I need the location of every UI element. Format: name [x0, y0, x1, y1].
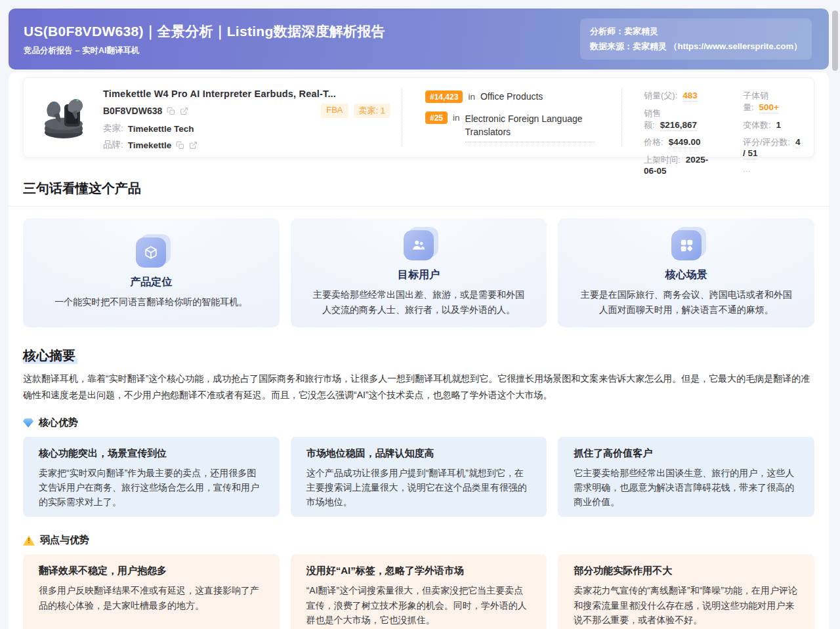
overview-card-text: 一个能实时把不同语言翻译给你听的智能耳机。 — [54, 294, 247, 310]
report-page: US(B0F8VDW638)｜全景分析｜Listing数据深度解析报告 竞品分析… — [9, 9, 829, 629]
overview-card-text: 主要卖给那些经常出国出差、旅游，或是需要和外国人交流的商务人士、旅行者，以及学外… — [310, 287, 528, 317]
metric-value-price: $449.00 — [669, 137, 701, 148]
seller-value[interactable]: Timekettle Tech — [128, 124, 194, 134]
overview-card-title: 产品定位 — [130, 275, 172, 289]
strength-card-title: 抓住了高价值客户 — [574, 446, 799, 460]
copy-icon[interactable] — [176, 141, 184, 150]
product-image[interactable] — [34, 89, 93, 148]
weakness-card-title: 没用好“AI”标签，忽略了学外语市场 — [306, 563, 532, 577]
rank-row: #14,423 in Office Products — [425, 91, 606, 103]
strengths-subheading-label: 核心优势 — [39, 416, 78, 429]
warning-icon: ! — [23, 535, 35, 546]
weakness-card-title: 翻译效果不稳定，用户抱怨多 — [39, 563, 264, 577]
strength-card: 核心功能突出，场景宣传到位 卖家把“实时双向翻译”作为最主要的卖点，还用很多图文… — [23, 437, 280, 517]
strength-card: 市场地位稳固，品牌认知度高 这个产品成功让很多用户提到“翻译耳机”就想到它，在主… — [291, 437, 547, 517]
strength-card-text: 卖家把“实时双向翻译”作为最主要的卖点，还用很多图文告诉用户在商务、旅行这些场合… — [39, 466, 264, 509]
data-source-line: 数据来源：卖家精灵 （https://www.sellersprite.com） — [590, 39, 802, 54]
overview-card-title: 核心场景 — [665, 268, 707, 282]
seller-count-badge: 卖家: 1 — [354, 104, 390, 118]
product-ranks: #14,423 in Office Products #25 in Electr… — [413, 89, 610, 151]
fba-badge: FBA — [321, 104, 348, 118]
seller-label: 卖家: — [103, 123, 123, 134]
metric-value-child-sales[interactable]: 500+ — [759, 102, 779, 113]
metric-label: 销量(父): — [644, 91, 677, 100]
grid-icon — [671, 230, 702, 260]
strengths-subheading: 核心优势 — [23, 416, 814, 429]
weakness-card-text: 卖家花力气宣传的“离线翻译”和“降噪”功能，在用户评论和搜索流量里都没什么存在感… — [574, 583, 799, 626]
strength-cards: 核心功能突出，场景宣传到位 卖家把“实时双向翻译”作为最主要的卖点，还用很多图文… — [23, 437, 814, 517]
metric-label: 变体数: — [743, 120, 771, 130]
page-title: US(B0F8VDW638)｜全景分析｜Listing数据深度解析报告 — [24, 22, 385, 41]
cube-icon — [136, 237, 166, 268]
weakness-card: 没用好“AI”标签，忽略了学外语市场 “AI翻译”这个词搜索量很大，但卖家没把它… — [291, 554, 547, 629]
metric-value-variations: 1 — [776, 120, 782, 130]
metrics-column-left: 销量(父):483 销售额:$216,867 价格:$449.00 上架时间:2… — [644, 90, 713, 176]
page-subtitle: 竞品分析报告 – 实时AI翻译耳机 — [24, 45, 385, 56]
strength-card-title: 核心功能突出，场景宣传到位 — [39, 446, 264, 460]
product-main-info: Timekettle W4 Pro AI Interpreter Earbuds… — [103, 89, 390, 151]
overview-card-core-scenarios: 核心场景 主要是在国际旅行、商务会议、跨国电话或者和外国人面对面聊天时用，解决语… — [558, 218, 814, 327]
brand-label: 品牌: — [103, 139, 123, 151]
strength-card: 抓住了高价值客户 它主要卖给那些经常出国谈生意、旅行的用户，这些人需求明确，也愿… — [558, 437, 814, 517]
weaknesses-subheading-label: 弱点与优势 — [40, 534, 89, 546]
analyst-line: 分析师：卖家精灵 — [590, 24, 802, 39]
rank-category[interactable]: Office Products — [480, 91, 543, 102]
weaknesses-subheading: ! 弱点与优势 — [23, 534, 814, 546]
section-divider — [9, 206, 829, 207]
earbuds-image — [34, 89, 93, 148]
section-heading-overview: 三句话看懂这个产品 — [23, 180, 814, 197]
product-asin: B0F8VDW638 — [103, 106, 162, 116]
external-link-icon[interactable] — [180, 107, 188, 115]
header-titles: US(B0F8VDW638)｜全景分析｜Listing数据深度解析报告 竞品分析… — [24, 22, 385, 56]
weakness-card: 部分功能实际作用不大 卖家花力气宣传的“离线翻译”和“降噪”功能，在用户评论和搜… — [558, 554, 814, 629]
summary-paragraph: 这款翻译耳机，靠着“实时翻译”这个核心功能，成功抢占了国际商务和旅行市场，让很多… — [23, 371, 814, 403]
rank-in-label: in — [453, 112, 460, 123]
scrollbar-thumb[interactable] — [832, 10, 838, 71]
content-panel: Timekettle W4 Pro AI Interpreter Earbuds… — [9, 72, 829, 629]
metric-label: 评分/评分数: — [743, 137, 790, 147]
rank-in-label: in — [468, 91, 475, 102]
strength-card-text: 它主要卖给那些经常出国谈生意、旅行的用户，这些人需求明确，也愿意为解决语言障碍花… — [574, 466, 799, 509]
overview-cards: 产品定位 一个能实时把不同语言翻译给你听的智能耳机。 目标用户 主要卖给那些经常… — [23, 218, 814, 327]
overview-card-title: 目标用户 — [398, 268, 440, 282]
report-header: US(B0F8VDW638)｜全景分析｜Listing数据深度解析报告 竞品分析… — [9, 9, 829, 70]
metrics-column-right: 子体销量:500+ 变体数:1 评分/评分数:4 / 51 ... — [743, 90, 802, 176]
strength-card-title: 市场地位稳固，品牌认知度高 — [306, 446, 532, 460]
weakness-card-title: 部分功能实际作用不大 — [574, 563, 799, 577]
brand-value[interactable]: Timekettle — [128, 140, 172, 150]
section-heading-summary: 核心摘要 — [23, 347, 77, 364]
gem-icon — [23, 418, 33, 428]
rank-category[interactable]: Electronic Foreign Language Translators — [465, 112, 595, 142]
product-metrics: 销量(父):483 销售额:$216,867 价格:$449.00 上架时间:2… — [633, 89, 802, 176]
metric-label: 上架时间: — [644, 155, 681, 165]
metric-label: 销售额: — [644, 108, 661, 130]
overview-card-target-users: 目标用户 主要卖给那些经常出国出差、旅游，或是需要和外国人交流的商务人士、旅行者… — [291, 218, 547, 327]
rank-row: #25 in Electronic Foreign Language Trans… — [425, 112, 606, 142]
copy-icon[interactable] — [167, 107, 175, 115]
product-card: Timekettle W4 Pro AI Interpreter Earbuds… — [23, 77, 814, 157]
weakness-cards: 翻译效果不稳定，用户抱怨多 很多用户反映翻译结果不准或有延迟，这直接影响了产品的… — [23, 554, 814, 629]
users-icon — [404, 230, 434, 260]
asin-row: B0F8VDW638 FBA 卖家: 1 — [103, 104, 390, 118]
product-badges: FBA 卖家: 1 — [321, 104, 390, 118]
overview-card-positioning: 产品定位 一个能实时把不同语言翻译给你听的智能耳机。 — [23, 218, 280, 327]
rank-badge: #25 — [425, 112, 448, 124]
weakness-card: 翻译效果不稳定，用户抱怨多 很多用户反映翻译结果不准或有延迟，这直接影响了产品的… — [23, 554, 280, 629]
overview-card-text: 主要是在国际旅行、商务会议、跨国电话或者和外国人面对面聊天时用，解决语言不通的麻… — [578, 287, 795, 317]
divider — [402, 89, 402, 146]
product-title[interactable]: Timekettle W4 Pro AI Interpreter Earbuds… — [103, 89, 390, 99]
report-meta-box: 分析师：卖家精灵 数据来源：卖家精灵 （https://www.sellersp… — [580, 18, 812, 60]
strength-card-text: 这个产品成功让很多用户提到“翻译耳机”就想到它，在主要搜索词上流量很大，说明它在… — [306, 466, 532, 509]
metric-label: 价格: — [644, 137, 663, 147]
external-link-icon[interactable] — [189, 141, 198, 150]
rank-badge: #14,423 — [425, 91, 463, 103]
divider — [621, 89, 622, 146]
metrics-ellipsis: ... — [743, 164, 750, 174]
weakness-card-text: “AI翻译”这个词搜索量很大，但卖家没把它当主要卖点宣传，浪费了树立技术形象的机… — [306, 583, 532, 626]
brand-row: 品牌: Timekettle — [103, 139, 390, 151]
seller-row: 卖家: Timekettle Tech — [103, 123, 390, 134]
metric-value-sales[interactable]: 483 — [682, 91, 698, 102]
metric-value-revenue: $216,867 — [660, 120, 697, 131]
weakness-card-text: 很多用户反映翻译结果不准或有延迟，这直接影响了产品的核心体验，是大家吐槽最多的地… — [39, 583, 264, 612]
